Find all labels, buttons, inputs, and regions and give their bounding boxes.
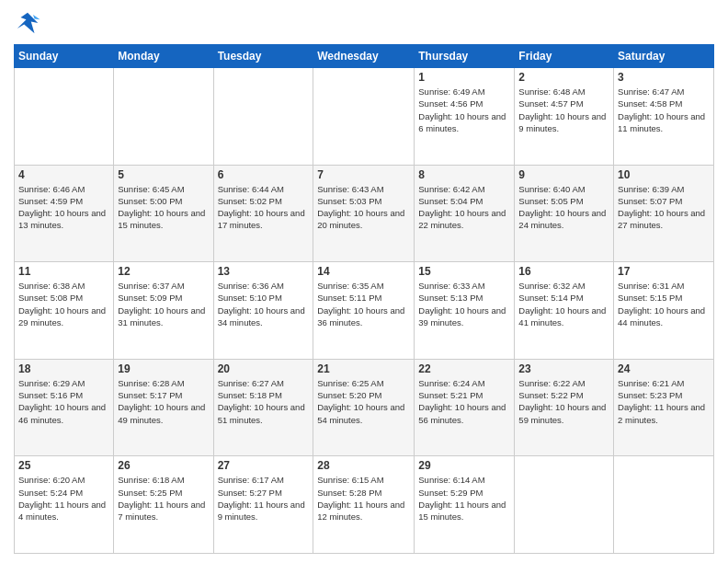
day-number: 20 (218, 362, 310, 375)
day-info: Sunrise: 6:25 AMSunset: 5:20 PMDaylight:… (317, 377, 410, 426)
day-info: Sunrise: 6:47 AMSunset: 4:58 PMDaylight:… (618, 86, 710, 134)
day-number: 13 (218, 265, 310, 278)
day-info: Sunrise: 6:18 AMSunset: 5:25 PMDaylight:… (118, 474, 209, 523)
calendar-cell: 2Sunrise: 6:48 AMSunset: 4:57 PMDaylight… (515, 68, 614, 166)
calendar-cell: 8Sunrise: 6:42 AMSunset: 5:04 PMDaylight… (415, 165, 515, 262)
weekday-header-sunday: Sunday (15, 45, 114, 68)
day-number: 26 (118, 459, 209, 472)
day-info: Sunrise: 6:49 AMSunset: 4:56 PMDaylight:… (418, 86, 510, 134)
calendar-week-row: 1Sunrise: 6:49 AMSunset: 4:56 PMDaylight… (15, 68, 714, 166)
day-info: Sunrise: 6:32 AMSunset: 5:14 PMDaylight:… (518, 280, 609, 328)
day-info: Sunrise: 6:29 AMSunset: 5:16 PMDaylight:… (18, 377, 109, 426)
weekday-header-tuesday: Tuesday (213, 45, 313, 68)
calendar-cell: 23Sunrise: 6:22 AMSunset: 5:22 PMDayligh… (515, 359, 614, 456)
day-info: Sunrise: 6:14 AMSunset: 5:29 PMDaylight:… (418, 474, 510, 523)
calendar-cell: 14Sunrise: 6:35 AMSunset: 5:11 PMDayligh… (313, 262, 415, 360)
day-number: 10 (618, 168, 710, 181)
day-info: Sunrise: 6:15 AMSunset: 5:28 PMDaylight:… (317, 474, 410, 523)
calendar-cell: 25Sunrise: 6:20 AMSunset: 5:24 PMDayligh… (15, 456, 114, 554)
calendar-week-row: 11Sunrise: 6:38 AMSunset: 5:08 PMDayligh… (15, 262, 714, 360)
day-number: 29 (418, 459, 510, 472)
calendar-cell: 22Sunrise: 6:24 AMSunset: 5:21 PMDayligh… (415, 359, 515, 456)
calendar-week-row: 18Sunrise: 6:29 AMSunset: 5:16 PMDayligh… (15, 359, 714, 456)
logo (14, 9, 45, 37)
svg-marker-1 (33, 15, 40, 19)
svg-marker-0 (17, 13, 39, 34)
day-number: 2 (518, 71, 609, 84)
calendar-cell: 11Sunrise: 6:38 AMSunset: 5:08 PMDayligh… (15, 262, 114, 360)
day-number: 11 (18, 265, 109, 278)
day-number: 16 (518, 265, 609, 278)
weekday-header-friday: Friday (515, 45, 614, 68)
day-info: Sunrise: 6:24 AMSunset: 5:21 PMDaylight:… (418, 377, 510, 426)
calendar-cell: 24Sunrise: 6:21 AMSunset: 5:23 PMDayligh… (614, 359, 714, 456)
day-number: 21 (317, 362, 410, 375)
day-number: 19 (118, 362, 209, 375)
day-info: Sunrise: 6:37 AMSunset: 5:09 PMDaylight:… (118, 280, 209, 328)
calendar-cell: 7Sunrise: 6:43 AMSunset: 5:03 PMDaylight… (313, 165, 415, 262)
calendar-cell (313, 68, 415, 166)
day-info: Sunrise: 6:36 AMSunset: 5:10 PMDaylight:… (218, 280, 310, 328)
calendar-cell: 5Sunrise: 6:45 AMSunset: 5:00 PMDaylight… (114, 165, 213, 262)
calendar-page: SundayMondayTuesdayWednesdayThursdayFrid… (0, 0, 728, 563)
day-info: Sunrise: 6:39 AMSunset: 5:07 PMDaylight:… (618, 183, 710, 232)
calendar-week-row: 25Sunrise: 6:20 AMSunset: 5:24 PMDayligh… (15, 456, 714, 554)
day-info: Sunrise: 6:22 AMSunset: 5:22 PMDaylight:… (518, 377, 609, 426)
day-number: 9 (518, 168, 609, 181)
day-number: 5 (118, 168, 209, 181)
day-number: 6 (218, 168, 310, 181)
calendar-cell: 19Sunrise: 6:28 AMSunset: 5:17 PMDayligh… (114, 359, 213, 456)
calendar-cell: 20Sunrise: 6:27 AMSunset: 5:18 PMDayligh… (213, 359, 313, 456)
calendar-cell: 10Sunrise: 6:39 AMSunset: 5:07 PMDayligh… (614, 165, 714, 262)
calendar-cell: 1Sunrise: 6:49 AMSunset: 4:56 PMDaylight… (415, 68, 515, 166)
calendar-cell: 4Sunrise: 6:46 AMSunset: 4:59 PMDaylight… (15, 165, 114, 262)
day-info: Sunrise: 6:28 AMSunset: 5:17 PMDaylight:… (118, 377, 209, 426)
day-info: Sunrise: 6:45 AMSunset: 5:00 PMDaylight:… (118, 183, 209, 232)
calendar-cell: 18Sunrise: 6:29 AMSunset: 5:16 PMDayligh… (15, 359, 114, 456)
day-number: 14 (317, 265, 410, 278)
calendar-cell: 9Sunrise: 6:40 AMSunset: 5:05 PMDaylight… (515, 165, 614, 262)
weekday-header-row: SundayMondayTuesdayWednesdayThursdayFrid… (15, 45, 714, 68)
day-number: 1 (418, 71, 510, 84)
weekday-header-saturday: Saturday (614, 45, 714, 68)
day-info: Sunrise: 6:38 AMSunset: 5:08 PMDaylight:… (18, 280, 109, 328)
weekday-header-wednesday: Wednesday (313, 45, 415, 68)
calendar-cell: 6Sunrise: 6:44 AMSunset: 5:02 PMDaylight… (213, 165, 313, 262)
calendar-week-row: 4Sunrise: 6:46 AMSunset: 4:59 PMDaylight… (15, 165, 714, 262)
day-info: Sunrise: 6:48 AMSunset: 4:57 PMDaylight:… (518, 86, 609, 134)
calendar-cell (515, 456, 614, 554)
calendar-cell (213, 68, 313, 166)
day-info: Sunrise: 6:44 AMSunset: 5:02 PMDaylight:… (218, 183, 310, 232)
day-number: 12 (118, 265, 209, 278)
calendar-cell (114, 68, 213, 166)
day-number: 22 (418, 362, 510, 375)
logo-icon (14, 9, 41, 37)
page-header (14, 9, 714, 37)
day-info: Sunrise: 6:33 AMSunset: 5:13 PMDaylight:… (418, 280, 510, 328)
day-info: Sunrise: 6:42 AMSunset: 5:04 PMDaylight:… (418, 183, 510, 232)
day-info: Sunrise: 6:31 AMSunset: 5:15 PMDaylight:… (618, 280, 710, 328)
day-info: Sunrise: 6:35 AMSunset: 5:11 PMDaylight:… (317, 280, 410, 328)
calendar-cell: 21Sunrise: 6:25 AMSunset: 5:20 PMDayligh… (313, 359, 415, 456)
calendar-cell (15, 68, 114, 166)
calendar-cell: 28Sunrise: 6:15 AMSunset: 5:28 PMDayligh… (313, 456, 415, 554)
day-number: 25 (18, 459, 109, 472)
day-info: Sunrise: 6:27 AMSunset: 5:18 PMDaylight:… (218, 377, 310, 426)
calendar-cell: 16Sunrise: 6:32 AMSunset: 5:14 PMDayligh… (515, 262, 614, 360)
day-number: 24 (618, 362, 710, 375)
day-number: 27 (218, 459, 310, 472)
day-info: Sunrise: 6:46 AMSunset: 4:59 PMDaylight:… (18, 183, 109, 232)
day-number: 4 (18, 168, 109, 181)
day-info: Sunrise: 6:21 AMSunset: 5:23 PMDaylight:… (618, 377, 710, 426)
calendar-cell: 15Sunrise: 6:33 AMSunset: 5:13 PMDayligh… (415, 262, 515, 360)
calendar-cell (614, 456, 714, 554)
calendar-cell: 17Sunrise: 6:31 AMSunset: 5:15 PMDayligh… (614, 262, 714, 360)
day-number: 17 (618, 265, 710, 278)
calendar-cell: 27Sunrise: 6:17 AMSunset: 5:27 PMDayligh… (213, 456, 313, 554)
day-number: 15 (418, 265, 510, 278)
day-number: 18 (18, 362, 109, 375)
day-info: Sunrise: 6:17 AMSunset: 5:27 PMDaylight:… (218, 474, 310, 523)
day-info: Sunrise: 6:40 AMSunset: 5:05 PMDaylight:… (518, 183, 609, 232)
calendar-cell: 12Sunrise: 6:37 AMSunset: 5:09 PMDayligh… (114, 262, 213, 360)
day-info: Sunrise: 6:43 AMSunset: 5:03 PMDaylight:… (317, 183, 410, 232)
